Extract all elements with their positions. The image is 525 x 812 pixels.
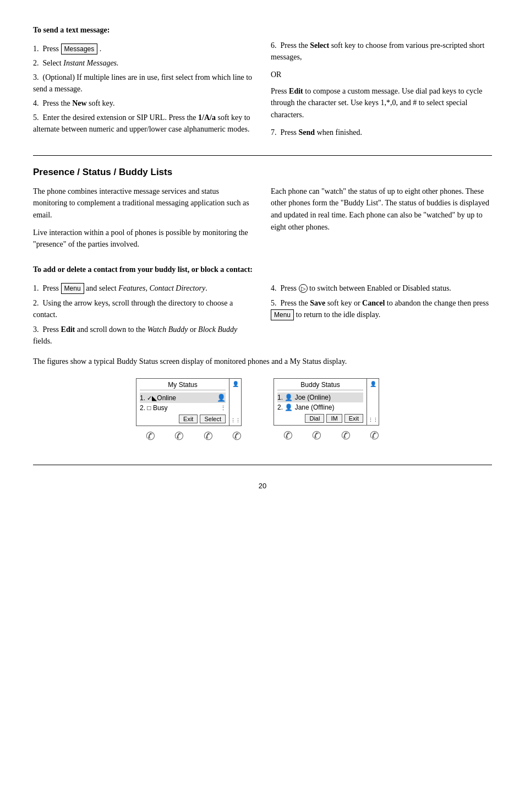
text-message-right: 6. Press the Select soft key to choose f… — [271, 40, 492, 144]
buddy-status-phone: Buddy Status 1. 👤 Joe (Online) 2. 👤 Jane… — [274, 378, 389, 443]
side-icon-grid-1: ⋮⋮ — [231, 418, 240, 423]
step-4-text: 4. Press the New soft key. — [33, 99, 114, 107]
step-1-end: . — [97, 45, 101, 53]
buddy-step-1b: and select Features, Contact Directory. — [84, 284, 207, 292]
my-status-screen-area: My Status 1. ✓◣Online 👤 2. □ Busy ⋮ Exit… — [136, 378, 251, 426]
buddy-right-list: 4. Press ▷ to switch between Enabled or … — [271, 282, 492, 320]
presence-section: Presence / Status / Buddy Lists The phon… — [33, 167, 492, 443]
step-7-text: 7. Press Send when finished. — [271, 127, 492, 139]
1aa-bold: 1/A/a — [198, 113, 216, 122]
text-message-section: To send a text message: 1. Press Message… — [33, 24, 492, 144]
menu-key-1: Menu — [61, 283, 84, 294]
phone-mockups-row: My Status 1. ✓◣Online 👤 2. □ Busy ⋮ Exit… — [33, 378, 492, 443]
select-bold: Select — [310, 41, 329, 50]
buddy-list-heading: To add or delete a contact from your bud… — [33, 264, 492, 276]
save-bold: Save — [310, 299, 325, 307]
buddy-status-title: Buddy Status — [277, 381, 363, 390]
my-status-screen: My Status 1. ✓◣Online 👤 2. □ Busy ⋮ Exit… — [136, 378, 229, 426]
buddy-step-1-text: 1. Press — [33, 284, 61, 292]
dial-softkey: Dial — [305, 414, 324, 423]
page-number: 20 — [33, 482, 492, 490]
buddy-handset-right-2: ✆ — [370, 429, 379, 442]
buddy-handset-left-1: ✆ — [283, 429, 293, 442]
step-4: 4. Press the New soft key. — [33, 97, 254, 109]
my-status-phone-base: ✆ ✆ ✆ ✆ — [136, 429, 251, 443]
or-label: OR — [271, 69, 492, 81]
buddy-status-line-1: 1. 👤 Joe (Online) — [277, 393, 363, 402]
buddy-status-line-2: 2. 👤 Jane (Offline) — [277, 402, 363, 412]
presence-para1: The phone combines interactive message s… — [33, 186, 254, 221]
buddy-handset-right-1: ✆ — [341, 429, 351, 442]
buddy-handset-left-2: ✆ — [312, 429, 321, 442]
my-status-line-2: 2. □ Busy ⋮ — [140, 403, 226, 413]
my-status-icon-right-1: 👤 — [217, 394, 226, 402]
divider-bottom — [33, 465, 492, 465]
messages-key: Messages — [61, 43, 98, 55]
exit-softkey-1: Exit — [179, 415, 198, 423]
checkmark-icon: ✓ — [147, 395, 152, 401]
buddy-line-2-content: 2. 👤 Jane (Offline) — [277, 404, 335, 411]
step-3-text: 3. (Optional) If multiple lines are in u… — [33, 73, 252, 93]
buddy-status-phone-base: ✆ ✆ ✆ ✆ — [274, 429, 389, 442]
step-2: 2. Select Instant Messages. — [33, 57, 254, 69]
select-softkey: Select — [200, 415, 226, 423]
step-5: 5. Enter the desired extension or SIP UR… — [33, 112, 254, 135]
left-steps-list: 1. Press Messages . 2. Select Instant Me… — [33, 43, 254, 135]
buddy-step-3: 3. Press Edit and scroll down to the Wat… — [33, 324, 254, 347]
my-status-line-1: 1. ✓◣Online 👤 — [140, 393, 226, 403]
menu-key-2: Menu — [271, 309, 294, 320]
buddy-left-steps: 1. Press Menu and select Features, Conta… — [33, 279, 254, 350]
buddy-step-2: 2. Using the arrow keys, scroll through … — [33, 297, 254, 320]
buddy-step-3-text: 3. Press Edit and scroll down to the Wat… — [33, 325, 237, 345]
presence-intro-right: Each phone can "watch" the status of up … — [271, 186, 492, 256]
buddy-step-2-text: 2. Using the arrow keys, scroll through … — [33, 299, 233, 319]
buddy-right-steps: 4. Press ▷ to switch between Enabled or … — [271, 279, 492, 350]
presence-intro-cols: The phone combines interactive message s… — [33, 186, 492, 256]
handset-left-1: ✆ — [146, 429, 155, 443]
presence-intro-left: The phone combines interactive message s… — [33, 186, 254, 256]
buddy-step-4: 4. Press ▷ to switch between Enabled or … — [271, 282, 492, 294]
buddy-step-1: 1. Press Menu and select Features, Conta… — [33, 282, 254, 294]
im-softkey: IM — [326, 414, 342, 423]
buddy-line-1-content: 1. 👤 Joe (Online) — [277, 394, 331, 401]
buddy-step-4-text: 4. Press ▷ to switch between Enabled or … — [271, 284, 451, 292]
step-1: 1. Press Messages . — [33, 43, 254, 55]
buddy-steps-cols: 1. Press Menu and select Features, Conta… — [33, 279, 492, 350]
my-status-phone: My Status 1. ✓◣Online 👤 2. □ Busy ⋮ Exit… — [136, 378, 251, 443]
my-status-side-icons: 👤 ⋮⋮ — [229, 378, 242, 426]
buddy-step-5-text: 5. Press the Save soft key or Cancel to … — [271, 299, 489, 319]
presence-para2: Live interaction within a pool of phones… — [33, 227, 254, 250]
buddy-status-screen-area: Buddy Status 1. 👤 Joe (Online) 2. 👤 Jane… — [274, 378, 389, 426]
edit-bold-2: Edit — [61, 325, 75, 334]
buddy-status-screen: Buddy Status 1. 👤 Joe (Online) 2. 👤 Jane… — [274, 378, 367, 426]
my-status-line-1-content: 1. ✓◣Online — [140, 394, 176, 402]
buddy-left-list: 1. Press Menu and select Features, Conta… — [33, 282, 254, 347]
step-5-text: 5. Enter the desired extension or SIP UR… — [33, 113, 250, 133]
new-bold: New — [72, 99, 86, 107]
figures-text: The figures show a typical Buddy Status … — [33, 356, 492, 368]
block-buddy-italic: Block Buddy — [198, 325, 237, 334]
handset-left-2: ✆ — [174, 429, 184, 443]
my-status-grid-icon: ⋮ — [220, 405, 226, 412]
step-1-num: 1. Press — [33, 45, 61, 53]
cancel-bold: Cancel — [362, 299, 385, 307]
step-3: 3. (Optional) If multiple lines are in u… — [33, 72, 254, 95]
presence-heading: Presence / Status / Buddy Lists — [33, 167, 492, 178]
edit-bold-1: Edit — [289, 87, 303, 95]
exit-softkey-2: Exit — [344, 414, 363, 423]
step-2-num: 2. Select — [33, 59, 63, 67]
side-icon-grid-2: ⋮⋮ — [368, 417, 378, 423]
my-status-line-2-content: 2. □ Busy — [140, 404, 168, 412]
text-message-heading: To send a text message: — [33, 24, 492, 36]
text-message-left: 1. Press Messages . 2. Select Instant Me… — [33, 40, 254, 144]
handset-right-2: ✆ — [232, 429, 242, 443]
watch-buddy-italic: Watch Buddy — [147, 325, 188, 334]
step-6b-text: Press Edit to compose a custom message. … — [271, 85, 492, 121]
step-2-italic: Instant Messages. — [63, 59, 118, 67]
my-status-title: My Status — [140, 381, 226, 390]
handset-right-1: ✆ — [204, 429, 213, 443]
circle-arrow-icon: ▷ — [299, 284, 308, 293]
side-icon-person-2: 👤 — [368, 381, 378, 387]
side-icon-person-1: 👤 — [231, 381, 240, 387]
buddy-status-softkeys: Dial IM Exit — [277, 414, 363, 423]
